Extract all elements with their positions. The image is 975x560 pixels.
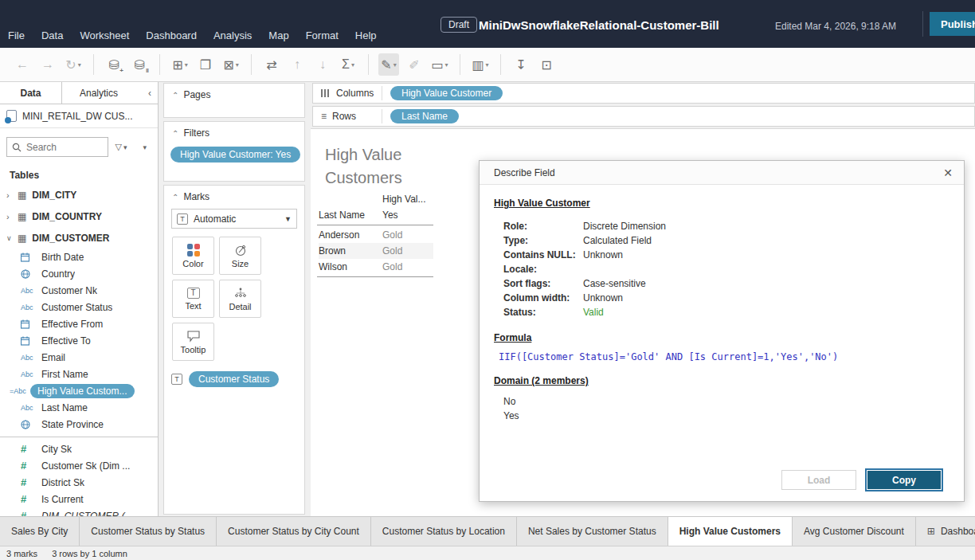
- selected-field-pill[interactable]: High Value Custom...: [30, 384, 135, 398]
- pane-menu-icon[interactable]: ▾: [143, 143, 147, 151]
- swap-axes-icon[interactable]: ⇄: [261, 53, 282, 76]
- tab-high-value-customers[interactable]: High Value Customers: [668, 517, 793, 546]
- field-properties: Role:Discrete Dimension Type:Calculated …: [494, 219, 950, 319]
- filters-card[interactable]: ⌃Filters High Value Customer: Yes: [163, 121, 305, 182]
- tab-analytics[interactable]: Analytics: [62, 82, 135, 104]
- domain-list: No Yes: [494, 394, 950, 423]
- search-input[interactable]: [26, 142, 82, 153]
- close-icon[interactable]: ✕: [943, 166, 953, 179]
- text-button[interactable]: T Text: [172, 280, 214, 318]
- marks-card[interactable]: ⌃Marks T Automatic ▼ Color Size T Text: [163, 185, 305, 515]
- menu-analysis[interactable]: Analysis: [213, 29, 252, 41]
- collapse-card-icon[interactable]: ⌃: [172, 91, 178, 100]
- menu-format[interactable]: Format: [306, 29, 339, 41]
- field-row-first-name[interactable]: Abc First Name: [0, 366, 158, 382]
- globe-icon: [21, 420, 41, 429]
- formula-text: IIF([Customer Status]='Gold' AND [Is Cur…: [499, 351, 950, 362]
- table-row[interactable]: Brown Gold: [319, 243, 433, 259]
- cards-pane: ⌃Pages ⌃Filters High Value Customer: Yes…: [159, 82, 311, 516]
- show-labels-icon[interactable]: ▥▾: [470, 53, 491, 76]
- collapse-pane-icon[interactable]: ‹: [142, 82, 158, 104]
- chevron-right-icon[interactable]: ›: [6, 190, 16, 200]
- chevron-right-icon[interactable]: ›: [6, 212, 16, 221]
- menu-file[interactable]: File: [8, 29, 25, 41]
- tab-dashboard-bill[interactable]: ⊞ Dashboard - Bill: [916, 517, 975, 546]
- field-row-is-current[interactable]: # Is Current: [0, 491, 158, 507]
- highlight-icon[interactable]: ✎▾: [378, 53, 399, 76]
- column-value-header[interactable]: Yes: [382, 210, 433, 221]
- table-row[interactable]: Anderson Gold: [319, 227, 433, 243]
- sort-ascending-icon[interactable]: ↑: [287, 53, 307, 76]
- tab-sales-by-city[interactable]: Sales By City: [0, 517, 80, 546]
- collapse-card-icon[interactable]: ⌃: [172, 193, 178, 202]
- rows-pill-last-name[interactable]: Last Name: [390, 109, 459, 123]
- menu-worksheet[interactable]: Worksheet: [80, 29, 129, 41]
- menu-help[interactable]: Help: [355, 29, 377, 41]
- columns-pill-high-value-customer[interactable]: High Value Customer: [390, 86, 503, 100]
- row-header[interactable]: Last Name: [319, 210, 382, 221]
- menu-dashboard[interactable]: Dashboard: [146, 29, 197, 41]
- tab-data[interactable]: Data: [0, 82, 62, 104]
- field-row-high-value-customer[interactable]: =Abc High Value Custom...: [0, 382, 158, 399]
- menu-map[interactable]: Map: [268, 29, 288, 41]
- table-row-dim-customer[interactable]: ∨ ▦ DIM_CUSTOMER: [0, 227, 158, 249]
- table-row-dim-country[interactable]: › ▦ DIM_COUNTRY: [0, 206, 158, 227]
- filter-funnel-icon[interactable]: ▽▾: [115, 142, 131, 152]
- tab-avg-customer-discount[interactable]: Avg Customer Discount: [793, 517, 916, 546]
- search-box[interactable]: [6, 137, 108, 157]
- field-row-last-name[interactable]: Abc Last Name: [0, 399, 158, 416]
- field-row-effective-from[interactable]: Effective From: [0, 315, 158, 332]
- fix-axes-icon[interactable]: ▭▾: [429, 53, 450, 76]
- field-row-state-province[interactable]: State Province: [0, 416, 158, 433]
- color-button[interactable]: Color: [172, 237, 214, 275]
- redo-icon[interactable]: →: [37, 53, 58, 76]
- field-row-customer-sk[interactable]: # Customer Sk (Dim ...: [0, 457, 158, 474]
- table-row[interactable]: Wilson Gold: [319, 259, 433, 275]
- tab-net-sales-by-customer-status[interactable]: Net Sales by Customer Status: [517, 517, 668, 546]
- presentation-mode-icon[interactable]: ⊡: [536, 53, 557, 76]
- datasource-row[interactable]: MINI_RETAIL_DW CUS...: [0, 104, 158, 128]
- clear-sheet-icon[interactable]: ⊠▾: [221, 53, 241, 76]
- mark-type-dropdown[interactable]: T Automatic ▼: [171, 209, 297, 229]
- column-header[interactable]: High Val...: [382, 194, 433, 205]
- table-row-dim-city[interactable]: › ▦ DIM_CITY: [0, 184, 158, 206]
- tooltip-button[interactable]: Tooltip: [172, 323, 214, 361]
- size-button[interactable]: Size: [219, 237, 261, 275]
- columns-shelf[interactable]: Columns High Value Customer: [312, 83, 975, 104]
- detail-button[interactable]: Detail: [219, 280, 261, 318]
- tab-customer-status-by-status[interactable]: Customer Status by Status: [80, 517, 217, 546]
- field-row-district-sk[interactable]: # District Sk: [0, 474, 158, 491]
- load-button[interactable]: Load: [781, 470, 856, 490]
- replay-icon[interactable]: ↻▾: [63, 53, 84, 76]
- publish-button[interactable]: Publish: [930, 12, 975, 36]
- divider: [159, 54, 160, 75]
- chevron-down-icon[interactable]: ∨: [6, 234, 16, 242]
- pause-updates-icon[interactable]: ⛁‖: [129, 53, 150, 76]
- menu-data[interactable]: Data: [41, 29, 63, 41]
- labels-glyph: ▥: [472, 57, 484, 72]
- field-row-country[interactable]: Country: [0, 265, 158, 282]
- pages-card[interactable]: ⌃Pages: [163, 83, 305, 118]
- sort-descending-icon[interactable]: ↓: [312, 53, 333, 76]
- download-icon[interactable]: ↧: [511, 53, 531, 76]
- customer-status-pill[interactable]: Customer Status: [189, 371, 279, 387]
- field-row-city-sk[interactable]: # City Sk: [0, 441, 158, 457]
- field-row-effective-to[interactable]: Effective To: [0, 332, 158, 349]
- annotate-icon[interactable]: ✐: [404, 53, 425, 76]
- duplicate-sheet-icon[interactable]: ❐: [195, 53, 216, 76]
- new-worksheet-icon[interactable]: ⊞▾: [170, 53, 190, 76]
- totals-icon[interactable]: Σ▾: [338, 53, 358, 76]
- undo-icon[interactable]: ←: [12, 53, 33, 76]
- rows-shelf[interactable]: ≡Rows Last Name: [312, 106, 975, 127]
- copy-button[interactable]: Copy: [867, 470, 942, 490]
- collapse-card-icon[interactable]: ⌃: [172, 129, 178, 138]
- field-row-customer-status[interactable]: Abc Customer Status: [0, 299, 158, 315]
- filter-pill[interactable]: High Value Customer: Yes: [170, 147, 300, 163]
- tab-customer-status-by-city-count[interactable]: Customer Status by City Count: [217, 517, 371, 546]
- field-row-email[interactable]: Abc Email: [0, 349, 158, 366]
- field-row-customer-nk[interactable]: Abc Customer Nk: [0, 282, 158, 299]
- field-row-dim-customer-count[interactable]: # DIM_CUSTOMER (...: [0, 507, 158, 516]
- refresh-datasource-icon[interactable]: ⛁+: [104, 53, 124, 76]
- field-row-birth-date[interactable]: Birth Date: [0, 249, 158, 265]
- tab-customer-status-by-location[interactable]: Customer Status by Location: [371, 517, 517, 546]
